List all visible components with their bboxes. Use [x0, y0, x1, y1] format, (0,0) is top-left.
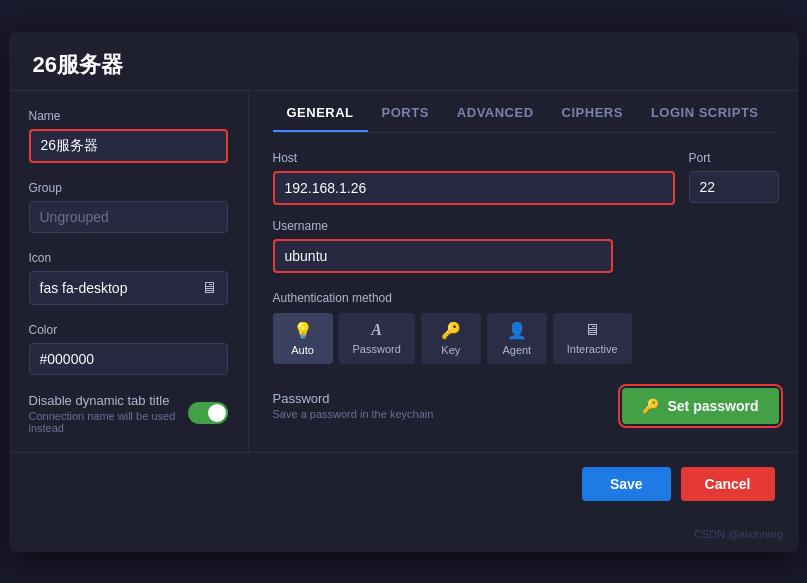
auth-method-label: Authentication method [273, 291, 779, 305]
host-group: Host [273, 151, 675, 205]
password-title: Password [273, 391, 434, 406]
auto-label: Auto [291, 344, 314, 356]
auth-buttons-row: 💡 Auto A Password 🔑 Key 👤 [273, 313, 779, 364]
tab-ciphers[interactable]: CIPHERS [548, 91, 637, 132]
save-button[interactable]: Save [582, 467, 671, 501]
name-input[interactable] [29, 129, 228, 163]
icon-group: Icon fas fa-desktop 🖥 [29, 251, 228, 305]
username-input[interactable] [273, 239, 613, 273]
watermark: CSDN @aixinning [694, 528, 783, 540]
toggle-main-label: Disable dynamic tab title [29, 393, 180, 408]
bottom-buttons: Save Cancel [9, 452, 799, 517]
modal-body: Name Group Icon fas fa-desktop 🖥 Color [9, 91, 799, 452]
host-input[interactable] [273, 171, 675, 205]
set-password-label: Set password [667, 398, 758, 414]
password-section: Password Save a password in the keychain… [273, 388, 779, 424]
auth-btn-key[interactable]: 🔑 Key [421, 313, 481, 364]
cancel-button[interactable]: Cancel [681, 467, 775, 501]
auth-btn-agent[interactable]: 👤 Agent [487, 313, 547, 364]
tab-login-scripts[interactable]: LOGIN SCRIPTS [637, 91, 773, 132]
name-group: Name [29, 109, 228, 163]
toggle-row: Disable dynamic tab title Connection nam… [29, 393, 228, 434]
color-input[interactable] [29, 343, 228, 375]
icon-value: fas fa-desktop [40, 280, 193, 296]
modal: 26服务器 Name Group Icon fas fa-desktop 🖥 C… [9, 32, 799, 552]
port-label: Port [689, 151, 779, 165]
modal-title: 26服务器 [9, 32, 799, 91]
auto-icon: 💡 [293, 321, 313, 340]
auth-btn-auto[interactable]: 💡 Auto [273, 313, 333, 364]
set-password-button[interactable]: 🔑 Set password [622, 388, 778, 424]
group-input[interactable] [29, 201, 228, 233]
host-label: Host [273, 151, 675, 165]
interactive-icon: 🖥 [584, 321, 600, 339]
left-panel: Name Group Icon fas fa-desktop 🖥 Color [9, 91, 249, 452]
agent-icon: 👤 [507, 321, 527, 340]
tabs-row: GENERAL PORTS ADVANCED CIPHERS LOGIN SCR… [273, 91, 779, 133]
port-input[interactable] [689, 171, 779, 203]
auth-btn-password[interactable]: A Password [339, 313, 415, 364]
tab-general[interactable]: GENERAL [273, 91, 368, 132]
icon-field[interactable]: fas fa-desktop 🖥 [29, 271, 228, 305]
key-icon: 🔑 [441, 321, 461, 340]
password-icon: A [371, 321, 382, 339]
interactive-label: Interactive [567, 343, 618, 355]
toggle-switch[interactable] [188, 402, 228, 424]
auth-btn-interactive[interactable]: 🖥 Interactive [553, 313, 632, 364]
tab-advanced[interactable]: ADVANCED [443, 91, 548, 132]
group-group: Group [29, 181, 228, 233]
right-content: Host Port Username Authentication method [273, 151, 779, 424]
right-panel: GENERAL PORTS ADVANCED CIPHERS LOGIN SCR… [249, 91, 799, 452]
host-port-row: Host Port [273, 151, 779, 205]
monitor-icon: 🖥 [201, 279, 217, 297]
name-label: Name [29, 109, 228, 123]
password-sub: Save a password in the keychain [273, 408, 434, 420]
toggle-labels: Disable dynamic tab title Connection nam… [29, 393, 180, 434]
password-info: Password Save a password in the keychain [273, 391, 434, 420]
username-label: Username [273, 219, 779, 233]
group-label: Group [29, 181, 228, 195]
color-group: Color [29, 323, 228, 375]
color-label: Color [29, 323, 228, 337]
toggle-row-inner: Disable dynamic tab title Connection nam… [29, 393, 228, 434]
key-icon-btn: 🔑 [642, 398, 659, 414]
username-group: Username [273, 219, 779, 273]
tab-ports[interactable]: PORTS [368, 91, 443, 132]
icon-label: Icon [29, 251, 228, 265]
agent-label: Agent [502, 344, 531, 356]
port-group: Port [689, 151, 779, 203]
key-label: Key [441, 344, 460, 356]
toggle-sub-label: Connection name will be used instead [29, 410, 180, 434]
auth-method-section: Authentication method 💡 Auto A Password … [273, 291, 779, 364]
password-label: Password [353, 343, 401, 355]
